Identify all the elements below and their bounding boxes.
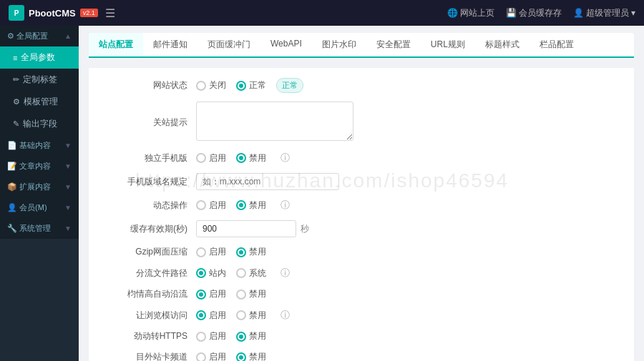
radio-label-enable: 启用 — [209, 351, 226, 361]
radio-close[interactable]: 关闭 — [196, 79, 226, 92]
control-gzip: 启用 禁用 — [196, 246, 482, 258]
radio-circle-gzip-enable — [196, 247, 206, 257]
sidebar-item-template[interactable]: ⚙ 模板管理 — [0, 91, 79, 113]
tab-column-config[interactable]: 栏品配置 — [530, 33, 584, 58]
field-icon: ✎ — [13, 119, 19, 129]
input-mobile-domain[interactable] — [196, 173, 339, 190]
control-auto-redirect: 启用 禁用 — [196, 288, 482, 300]
sidebar-section-extend: 📦 扩展内容 ▼ — [0, 177, 79, 197]
radio-gzip-enable[interactable]: 启用 — [196, 246, 226, 258]
sidebar: ⚙ 全局配置 ▲ ≡ 全局参数 ✏ 定制标签 ⚙ 模板管理 ✎ 输出字 — [0, 26, 79, 361]
radio-dynamic-enable[interactable]: 启用 — [196, 199, 226, 212]
radio-circle-ext-disable — [236, 352, 246, 362]
tab-webapi[interactable]: WebAPI — [260, 33, 312, 58]
label-close-notice: 关站提示 — [103, 117, 196, 129]
radio-normal[interactable]: 正常 — [236, 79, 266, 92]
radio-ext-disable[interactable]: 禁用 — [236, 351, 266, 361]
chevron-down-icon: ▼ — [64, 162, 72, 170]
radio-ext-enable[interactable]: 启用 — [196, 351, 226, 361]
radio-label-disable: 禁用 — [249, 152, 266, 164]
form-row-dynamic: 动态操作 启用 禁用 ⓘ — [103, 199, 620, 212]
help-icon-mobile[interactable]: ⓘ — [280, 152, 290, 164]
topbar-left: P PbootCMS v2.1 ☰ — [9, 5, 115, 21]
sidebar-item-global-params[interactable]: ≡ 全局参数 — [0, 46, 79, 69]
nav-admin[interactable]: 👤 超级管理员 ▾ — [573, 7, 635, 19]
help-icon-dynamic[interactable]: ⓘ — [280, 199, 290, 212]
sidebar-header-article[interactable]: 📝 文章内容 ▼ — [0, 156, 79, 177]
form-row-mobile-domain: 手机版域名规定 — [103, 173, 620, 190]
radio-mobile-enable[interactable]: 启用 — [196, 152, 226, 164]
textarea-close-notice[interactable] — [196, 102, 353, 141]
radio-circle-gzip-disable — [236, 247, 246, 257]
help-icon-path[interactable]: ⓘ — [280, 267, 290, 280]
radio-path-system[interactable]: 系统 — [236, 267, 266, 280]
sidebar-header-basic[interactable]: 📄 基础内容 ▼ — [0, 135, 79, 156]
tab-image-watermark[interactable]: 图片水印 — [312, 33, 366, 58]
radio-circle-mobile-disable — [236, 153, 246, 163]
radio-https-disable[interactable]: 禁用 — [236, 330, 266, 342]
radio-auto-redirect-disable[interactable]: 禁用 — [236, 288, 266, 300]
radio-circle-browser-enable — [196, 310, 206, 320]
radio-label-enable: 启用 — [209, 246, 226, 258]
content-area: 站点配置 邮件通知 页面缓冲门 WebAPI 图片水印 安全配置 URL规则 标… — [79, 26, 644, 361]
control-mobile-domain — [196, 173, 482, 190]
sidebar-header-extend[interactable]: 📦 扩展内容 ▼ — [0, 177, 79, 197]
logo-version: v2.1 — [80, 9, 98, 17]
sidebar-section-global: ⚙ 全局配置 ▲ ≡ 全局参数 ✏ 定制标签 ⚙ 模板管理 ✎ 输出字 — [0, 26, 79, 135]
radio-path-local[interactable]: 站内 — [196, 267, 226, 280]
tab-security[interactable]: 安全配置 — [366, 33, 421, 58]
radio-browser-enable[interactable]: 启用 — [196, 310, 226, 322]
nav-cache[interactable]: 💾 会员缓存存 — [506, 7, 562, 19]
radio-group-mobile: 启用 禁用 ⓘ — [196, 152, 482, 164]
radio-https-enable[interactable]: 启用 — [196, 330, 226, 342]
tab-bar: 站点配置 邮件通知 页面缓冲门 WebAPI 图片水印 安全配置 URL规则 标… — [89, 33, 634, 58]
radio-label-enable: 启用 — [209, 199, 226, 212]
form-row-close-notice: 关站提示 — [103, 102, 620, 143]
sidebar-header-system[interactable]: 🔧 系统管理 ▼ — [0, 218, 79, 239]
tab-title-style[interactable]: 标题样式 — [475, 33, 530, 58]
radio-label-disable: 禁用 — [249, 288, 266, 300]
input-cache-expire[interactable] — [196, 220, 296, 237]
chevron-down-icon: ▼ — [64, 142, 72, 149]
sidebar-item-output-field[interactable]: ✎ 输出字段 — [0, 113, 79, 135]
radio-circle-path-system — [236, 268, 246, 278]
sidebar-item-label: 模板管理 — [24, 96, 58, 108]
form-panel: 网站状态 关闭 正常 正常 — [89, 68, 634, 361]
radio-group-dynamic: 启用 禁用 ⓘ — [196, 199, 482, 212]
control-site-status: 关闭 正常 正常 — [196, 78, 482, 93]
tab-url-rules[interactable]: URL规则 — [421, 33, 475, 58]
radio-circle-path-local — [196, 268, 206, 278]
label-ext-channel: 目外站卡频道 — [103, 351, 196, 361]
sidebar-header-global[interactable]: ⚙ 全局配置 ▲ — [0, 26, 79, 46]
form-row-ext-channel: 目外站卡频道 启用 禁用 — [103, 351, 620, 361]
sidebar-sub-global: ≡ 全局参数 ✏ 定制标签 ⚙ 模板管理 ✎ 输出字段 — [0, 46, 79, 135]
radio-circle-mobile-enable — [196, 153, 206, 163]
radio-gzip-disable[interactable]: 禁用 — [236, 246, 266, 258]
help-icon-browser[interactable]: ⓘ — [280, 309, 290, 322]
nav-website[interactable]: 🌐 网站上页 — [447, 7, 494, 19]
radio-circle-https-disable — [236, 332, 246, 342]
radio-circle-auto-redirect-disable — [236, 290, 246, 300]
label-file-path: 分流文件路径 — [103, 267, 196, 280]
sidebar-header-member[interactable]: 👤 会员(M) ▼ — [0, 197, 79, 218]
radio-browser-disable[interactable]: 禁用 — [236, 310, 266, 322]
radio-circle-https-enable — [196, 332, 206, 342]
sidebar-section-label: 🔧 系统管理 — [7, 223, 51, 234]
list-icon: ≡ — [13, 54, 17, 62]
radio-auto-redirect-enable[interactable]: 启用 — [196, 288, 226, 300]
sidebar-section-label: 👤 会员(M) — [7, 202, 47, 213]
radio-mobile-disable[interactable]: 禁用 — [236, 152, 266, 164]
tab-site-config[interactable]: 站点配置 — [89, 33, 143, 58]
radio-circle-normal — [236, 81, 246, 91]
hamburger-icon[interactable]: ☰ — [105, 6, 115, 20]
radio-circle-ext-enable — [196, 352, 206, 362]
radio-label-disable: 禁用 — [249, 199, 266, 212]
control-ext-channel: 启用 禁用 — [196, 351, 482, 361]
tab-page-cache[interactable]: 页面缓冲门 — [197, 33, 260, 58]
sidebar-item-custom-tags[interactable]: ✏ 定制标签 — [0, 69, 79, 91]
radio-label-normal: 正常 — [249, 79, 266, 92]
radio-label-system: 系统 — [249, 267, 266, 280]
radio-dynamic-disable[interactable]: 禁用 — [236, 199, 266, 212]
tab-email-notify[interactable]: 邮件通知 — [143, 33, 197, 58]
control-close-notice — [196, 102, 482, 143]
